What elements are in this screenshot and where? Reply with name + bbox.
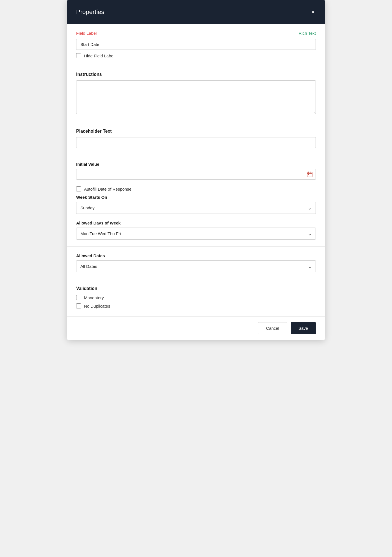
validation-label: Validation [76, 286, 316, 291]
field-label-input[interactable] [76, 39, 316, 50]
instructions-textarea[interactable] [76, 80, 316, 114]
instructions-section: Instructions [67, 65, 325, 122]
allowed-dates-select[interactable]: All Dates Past Dates Only Future Dates O… [76, 260, 316, 272]
initial-value-label: Initial Value [76, 162, 316, 167]
rich-text-link[interactable]: Rich Text [299, 31, 316, 36]
modal-title: Properties [76, 8, 104, 16]
save-button[interactable]: Save [291, 322, 316, 334]
no-duplicates-checkbox[interactable] [76, 303, 81, 308]
allowed-dates-section: Allowed Dates All Dates Past Dates Only … [67, 247, 325, 279]
hide-field-label-text: Hide Field Label [84, 53, 114, 58]
modal-header: Properties × [67, 0, 325, 24]
calendar-icon[interactable] [306, 171, 313, 178]
placeholder-text-section: Placeholder Text [67, 122, 325, 155]
no-duplicates-row: No Duplicates [76, 303, 316, 308]
initial-value-section: Initial Value Autofill Date of Response [67, 155, 325, 247]
svg-rect-0 [307, 172, 312, 177]
field-label-heading: Field Label [76, 31, 97, 36]
allowed-days-wrapper: Mon Tue Wed Thu Fri All Days Weekdays We… [76, 228, 316, 240]
week-starts-on-wrapper: Sunday Monday Tuesday Wednesday Thursday… [76, 202, 316, 214]
svg-rect-4 [308, 174, 309, 175]
allowed-days-select[interactable]: Mon Tue Wed Thu Fri All Days Weekdays We… [76, 228, 316, 240]
no-duplicates-label: No Duplicates [84, 304, 110, 308]
allowed-dates-label: Allowed Dates [76, 253, 316, 258]
modal-body: Field Label Rich Text Hide Field Label I… [67, 24, 325, 316]
instructions-label: Instructions [76, 72, 316, 77]
modal-footer: Cancel Save [67, 316, 325, 340]
placeholder-text-input[interactable] [76, 137, 316, 148]
hide-field-label-row: Hide Field Label [76, 53, 316, 58]
properties-modal: Properties × Field Label Rich Text Hide … [67, 0, 325, 340]
placeholder-text-label: Placeholder Text [76, 129, 316, 134]
field-label-section: Field Label Rich Text Hide Field Label [67, 24, 325, 65]
hide-field-label-checkbox[interactable] [76, 53, 81, 58]
close-button[interactable]: × [310, 8, 316, 16]
allowed-dates-wrapper: All Dates Past Dates Only Future Dates O… [76, 260, 316, 272]
autofill-checkbox[interactable] [76, 186, 81, 191]
mandatory-row: Mandatory [76, 295, 316, 300]
week-starts-on-select[interactable]: Sunday Monday Tuesday Wednesday Thursday… [76, 202, 316, 214]
initial-value-input[interactable] [76, 169, 316, 180]
validation-section: Validation Mandatory No Duplicates [67, 279, 325, 316]
autofill-row: Autofill Date of Response [76, 186, 316, 191]
initial-value-wrapper [76, 169, 316, 180]
field-label-row: Field Label Rich Text [76, 31, 316, 36]
cancel-button[interactable]: Cancel [258, 322, 287, 334]
allowed-days-label: Allowed Days of Week [76, 221, 316, 225]
mandatory-checkbox[interactable] [76, 295, 81, 300]
mandatory-label: Mandatory [84, 295, 104, 300]
week-starts-on-label: Week Starts On [76, 195, 316, 200]
autofill-label: Autofill Date of Response [84, 187, 131, 191]
